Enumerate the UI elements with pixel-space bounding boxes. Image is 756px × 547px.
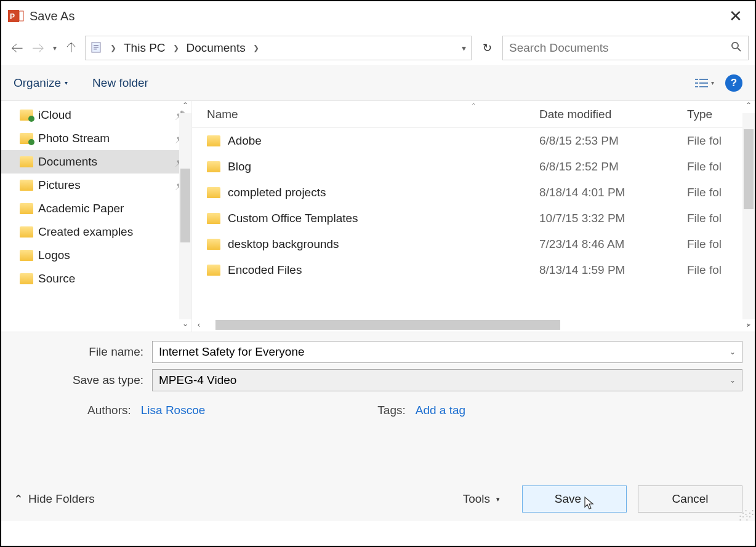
save-button[interactable]: Save [522, 485, 627, 513]
horizontal-scrollbar[interactable]: ‹ › [192, 318, 755, 332]
window-title: Save As [30, 9, 723, 23]
up-icon[interactable]: 🡡 [65, 41, 78, 55]
file-row[interactable]: Adobe6/8/15 2:53 PMFile fol [192, 128, 755, 154]
svg-rect-14 [699, 86, 708, 87]
sidebar-item[interactable]: iCloud📌 [1, 103, 191, 127]
forward-icon[interactable]: 🡢 [32, 41, 44, 55]
authors-label: Authors: [87, 404, 131, 417]
sidebar-item[interactable]: Source [1, 267, 191, 290]
sidebar-item-label: Logos [38, 249, 185, 262]
organize-button[interactable]: Organize▾ [14, 76, 68, 90]
folder-icon [207, 135, 220, 146]
filename-value: Internet Safety for Everyone [159, 345, 305, 359]
folder-icon [20, 156, 33, 167]
file-row[interactable]: Custom Office Templates10/7/15 3:32 PMFi… [192, 206, 755, 231]
address-bar[interactable]: ❯ This PC ❯ Documents ❯ ▾ [85, 36, 472, 60]
folder-icon [20, 203, 33, 214]
nav-arrows: 🡠 🡢 ▾ 🡡 [7, 41, 81, 55]
type-dropdown-icon[interactable]: ⌄ [730, 376, 736, 385]
authors-value[interactable]: Lisa Roscoe [141, 404, 206, 417]
chevron-right-icon[interactable]: ❯ [253, 44, 259, 52]
file-date: 6/8/15 2:53 PM [539, 134, 687, 148]
chevron-right-icon[interactable]: ❯ [110, 44, 116, 52]
svg-rect-12 [699, 82, 708, 84]
svg-rect-5 [94, 47, 99, 48]
filename-input[interactable]: Internet Safety for Everyone ⌄ [152, 341, 742, 363]
file-row[interactable]: Blog6/8/15 2:52 PMFile fol [192, 154, 755, 180]
hscroll-track[interactable] [206, 320, 741, 330]
help-icon[interactable]: ? [725, 74, 742, 92]
back-icon[interactable]: 🡠 [11, 41, 23, 55]
vertical-scrollbar[interactable]: ⌃ ⌄ [742, 101, 755, 332]
close-icon[interactable]: ✕ [723, 4, 749, 28]
sidebar-item[interactable]: Pictures📌 [1, 174, 191, 197]
sidebar-item[interactable]: Created examples [1, 220, 191, 244]
file-name: Encoded Files [228, 263, 302, 277]
svg-rect-4 [94, 45, 99, 46]
cursor-icon [584, 493, 594, 503]
file-name: Custom Office Templates [228, 212, 358, 225]
folder-icon [20, 226, 33, 238]
resize-grip-icon[interactable]: ⋰⋰⋰⋰ [739, 511, 752, 519]
scroll-down-icon[interactable]: ⌄ [179, 319, 191, 332]
file-date: 10/7/15 3:32 PM [539, 212, 687, 225]
file-row[interactable]: completed projects8/18/14 4:01 PMFile fo… [192, 180, 755, 206]
file-pane: ⌃ Name Date modified Type Adobe6/8/15 2:… [192, 101, 755, 332]
search-input[interactable] [509, 41, 731, 55]
view-options-icon[interactable]: ▾ [695, 78, 714, 89]
sidebar-item-label: Photo Stream [38, 132, 170, 145]
column-name[interactable]: Name [192, 108, 539, 121]
vscroll-thumb[interactable] [744, 129, 754, 209]
scroll-thumb[interactable] [180, 169, 190, 242]
file-date: 6/8/15 2:52 PM [539, 160, 687, 174]
folder-icon [20, 250, 33, 261]
column-date[interactable]: Date modified [539, 108, 687, 121]
file-row[interactable]: Encoded Files8/13/14 1:59 PMFile fol [192, 257, 755, 283]
scroll-left-icon[interactable]: ‹ [192, 321, 206, 329]
sidebar-item[interactable]: Photo Stream📌 [1, 127, 191, 150]
breadcrumb-this-pc[interactable]: This PC [124, 41, 166, 55]
save-as-type-select[interactable]: MPEG-4 Video ⌄ [152, 369, 742, 391]
nav-row: 🡠 🡢 ▾ 🡡 ❯ This PC ❯ Documents ❯ ▾ ↻ [1, 31, 755, 65]
hscroll-thumb[interactable] [215, 320, 560, 330]
folder-icon [20, 273, 33, 284]
search-icon[interactable] [731, 41, 742, 55]
bottom-panel: File name: Internet Safety for Everyone … [1, 332, 755, 521]
address-dropdown-icon[interactable]: ▾ [462, 43, 466, 53]
folder-icon [207, 213, 220, 224]
hide-folders-button[interactable]: ⌃ Hide Folders [14, 492, 95, 506]
toolbar: Organize▾ New folder ▾ ? [1, 65, 755, 101]
svg-line-8 [738, 48, 741, 51]
recent-dropdown-icon[interactable]: ▾ [53, 44, 57, 52]
scroll-track[interactable] [179, 113, 191, 319]
filename-dropdown-icon[interactable]: ⌄ [730, 348, 736, 356]
sort-indicator-icon: ⌃ [471, 102, 476, 109]
sidebar-item[interactable]: Academic Paper [1, 197, 191, 220]
tags-value[interactable]: Add a tag [416, 404, 465, 417]
folder-icon [207, 265, 220, 276]
svg-text:P: P [10, 12, 15, 21]
new-folder-button[interactable]: New folder [92, 76, 148, 90]
sidebar-item[interactable]: Logos [1, 244, 191, 267]
footer: ⌃ Hide Folders Tools▾ Save Cancel [1, 485, 755, 513]
refresh-icon[interactable]: ↻ [475, 41, 499, 55]
svg-point-7 [732, 42, 738, 49]
scroll-up-icon[interactable]: ⌃ [179, 101, 191, 113]
file-row[interactable]: desktop backgrounds7/23/14 8:46 AMFile f… [192, 231, 755, 257]
file-name: Adobe [228, 134, 262, 148]
svg-rect-11 [695, 82, 698, 84]
search-box[interactable] [502, 36, 749, 60]
sidebar-item-label: Source [38, 272, 185, 285]
cancel-button[interactable]: Cancel [638, 485, 742, 513]
scroll-down-icon[interactable]: ⌄ [742, 319, 755, 332]
sidebar-item[interactable]: Documents📌 [1, 150, 191, 174]
breadcrumb-documents[interactable]: Documents [187, 41, 246, 55]
file-name: desktop backgrounds [228, 238, 339, 251]
tools-button[interactable]: Tools▾ [463, 492, 500, 506]
scroll-up-icon[interactable]: ⌃ [742, 101, 755, 113]
file-name: completed projects [228, 186, 326, 199]
chevron-right-icon[interactable]: ❯ [173, 44, 179, 52]
folder-icon [20, 133, 33, 144]
sidebar-scrollbar[interactable]: ⌃ ⌄ [179, 101, 191, 332]
vscroll-track[interactable] [742, 113, 755, 319]
